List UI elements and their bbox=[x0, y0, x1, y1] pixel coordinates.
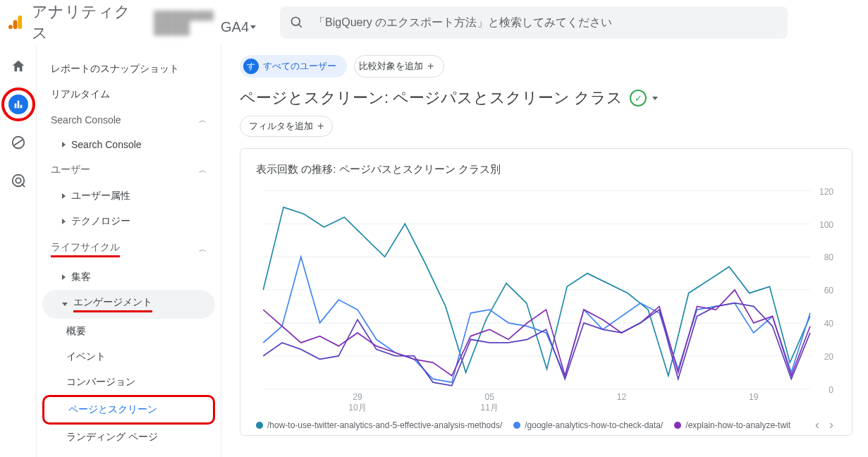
plus-icon: + bbox=[427, 60, 434, 73]
reports-icon[interactable] bbox=[8, 95, 28, 114]
sidebar-item-events[interactable]: イベント bbox=[42, 344, 215, 370]
app-header: アナリティクス ██████████ ████ GA4 「BigQuery のエ… bbox=[0, 0, 868, 45]
ga4-label[interactable]: GA4 bbox=[221, 19, 256, 35]
property-selector[interactable]: ██████████ ████ bbox=[154, 11, 214, 35]
sidebar-item-landing[interactable]: ランディング ページ bbox=[42, 425, 215, 450]
report-nav-sidebar: レポートのスナップショット リアルタイム Search Console ︿ Se… bbox=[37, 45, 221, 457]
chip-add-compare[interactable]: 比較対象を追加 + bbox=[354, 55, 444, 78]
search-placeholder: 「BigQuery のエクスポート方法」と検索してみてください bbox=[314, 16, 612, 30]
analytics-logo-icon bbox=[8, 14, 25, 31]
sidebar-item-conversions[interactable]: コンバージョン bbox=[42, 370, 215, 395]
chevron-right-icon[interactable]: › bbox=[829, 418, 833, 432]
explore-icon[interactable] bbox=[8, 133, 28, 152]
property-upper: ██████████ bbox=[154, 11, 214, 20]
legend-pagination: ‹ › bbox=[815, 418, 836, 432]
main-content: す すべてのユーザー 比較対象を追加 + ページとスクリーン: ページパスとスク… bbox=[221, 45, 868, 457]
chevron-down-icon[interactable] bbox=[652, 97, 658, 100]
audience-chip-row: す すべてのユーザー 比較対象を追加 + bbox=[240, 55, 868, 78]
svg-rect-7 bbox=[20, 105, 22, 109]
sidebar-item-realtime[interactable]: リアルタイム bbox=[42, 82, 215, 107]
svg-point-2 bbox=[8, 25, 13, 29]
advertising-icon[interactable] bbox=[8, 171, 28, 190]
chevron-left-icon[interactable]: ‹ bbox=[815, 418, 819, 432]
triangle-down-icon bbox=[62, 303, 68, 306]
legend-item-1[interactable]: /how-to-use-twitter-analytics-and-5-effe… bbox=[256, 420, 502, 430]
sidebar-section-user[interactable]: ユーザー ︿ bbox=[42, 157, 215, 183]
chip-all-users[interactable]: す すべてのユーザー bbox=[240, 55, 347, 78]
chart-title: 表示回数 の推移: ページパスとスクリーン クラス別 bbox=[256, 163, 836, 176]
product-name: アナリティクス bbox=[32, 1, 142, 44]
icon-rail bbox=[0, 45, 37, 457]
sidebar-section-lifecycle[interactable]: ライフサイクル ︿ bbox=[42, 234, 215, 264]
svg-point-3 bbox=[292, 18, 300, 26]
chip-badge-icon: す bbox=[243, 59, 259, 74]
sidebar-item-engagement[interactable]: エンゲージメント bbox=[42, 290, 215, 319]
chevron-up-icon: ︿ bbox=[199, 244, 207, 255]
sidebar-item-acquisition[interactable]: 集客 bbox=[42, 264, 215, 290]
sidebar-item-snapshot[interactable]: レポートのスナップショット bbox=[42, 56, 215, 82]
svg-rect-0 bbox=[18, 16, 22, 29]
plus-icon: + bbox=[317, 120, 324, 133]
check-circle-icon[interactable]: ✓ bbox=[630, 90, 647, 106]
legend-item-2[interactable]: /google-analytics-how-to-check-data/ bbox=[513, 420, 663, 430]
svg-rect-6 bbox=[17, 101, 19, 109]
svg-line-4 bbox=[299, 25, 302, 28]
triangle-right-icon bbox=[62, 274, 66, 280]
search-box[interactable]: 「BigQuery のエクスポート方法」と検索してみてください bbox=[280, 6, 788, 39]
chart-card: 表示回数 の推移: ページパスとスクリーン クラス別 0204060801001… bbox=[240, 148, 852, 436]
chevron-up-icon: ︿ bbox=[199, 165, 207, 176]
x-axis-labels: 2910月0511月1219 bbox=[256, 392, 836, 415]
sidebar-item-search-console[interactable]: Search Console bbox=[42, 133, 215, 157]
triangle-right-icon bbox=[62, 142, 66, 147]
logo-area: アナリティクス bbox=[8, 1, 142, 44]
sidebar-item-overview[interactable]: 概要 bbox=[42, 319, 215, 344]
search-icon bbox=[290, 16, 304, 30]
chart-legend: /how-to-use-twitter-analytics-and-5-effe… bbox=[256, 415, 836, 432]
chevron-up-icon: ︿ bbox=[199, 115, 207, 126]
triangle-right-icon bbox=[62, 219, 66, 224]
sidebar-section-search-console[interactable]: Search Console ︿ bbox=[42, 107, 215, 133]
page-title: ページとスクリーン: ページパスとスクリーン クラス bbox=[240, 87, 623, 109]
chevron-down-icon bbox=[250, 25, 256, 29]
sidebar-item-pages-screens[interactable]: ページとスクリーン bbox=[42, 395, 215, 425]
sidebar-item-user-attr[interactable]: ユーザー属性 bbox=[42, 183, 215, 209]
property-lower: ████ bbox=[154, 20, 214, 35]
triangle-right-icon bbox=[62, 193, 66, 199]
svg-point-10 bbox=[16, 178, 20, 183]
add-filter-chip[interactable]: フィルタを追加 + bbox=[240, 116, 333, 137]
line-chart[interactable]: 020406080100120 bbox=[256, 188, 836, 392]
svg-rect-5 bbox=[14, 104, 16, 109]
legend-item-3[interactable]: /explain-how-to-analyze-twit bbox=[674, 420, 790, 430]
svg-rect-1 bbox=[13, 20, 18, 29]
home-icon[interactable] bbox=[8, 56, 28, 76]
title-row: ページとスクリーン: ページパスとスクリーン クラス ✓ bbox=[240, 87, 868, 109]
sidebar-item-technology[interactable]: テクノロジー bbox=[42, 209, 215, 234]
